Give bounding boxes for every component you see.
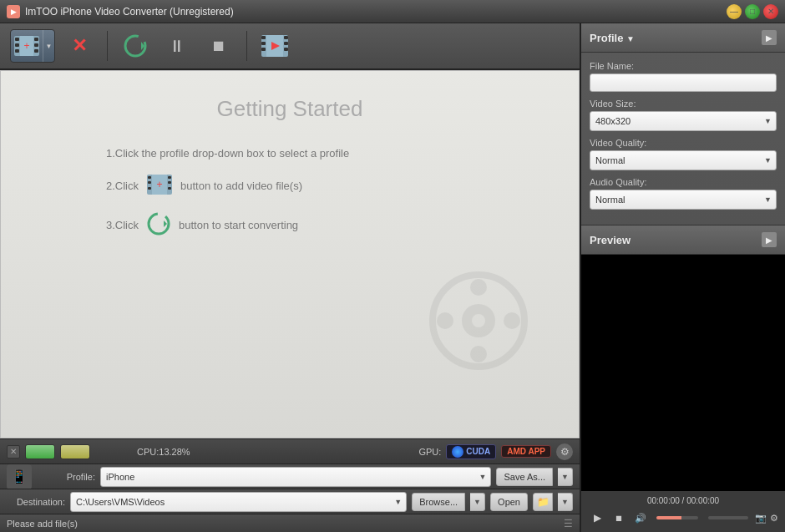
profile-expand-button[interactable]: ▶ xyxy=(762,30,777,45)
preview-section-title: Preview xyxy=(590,234,631,246)
svg-rect-2 xyxy=(15,43,19,47)
svg-point-33 xyxy=(472,314,485,327)
cuda-logo xyxy=(452,446,463,458)
amd-badge: AMD APP xyxy=(501,445,551,458)
svg-rect-4 xyxy=(34,38,38,41)
audio-quality-field-group: Audio Quality: Normal Low High Best ▼ xyxy=(590,177,777,210)
preview-controls: 00:00:00 / 00:00:00 ▶ ⏹ 🔊 📷 ⚙ xyxy=(581,491,785,532)
encode-button[interactable] xyxy=(257,28,292,63)
file-name-field-group: File Name: xyxy=(590,61,777,92)
app-title: ImTOO iPhone Video Converter (Unregister… xyxy=(25,6,727,18)
svg-rect-15 xyxy=(284,36,288,39)
film-reel-watermark xyxy=(428,271,529,371)
color-btn-2[interactable] xyxy=(60,444,90,459)
pause-button[interactable]: ⏸ xyxy=(160,28,195,63)
step-2-suffix: button to add video file(s) xyxy=(180,180,302,192)
step-2-prefix: 2.Click xyxy=(106,180,139,192)
video-quality-field-group: Video Quality: Normal Low High Best ▼ xyxy=(590,138,777,170)
step-3-prefix: 3.Click xyxy=(106,219,139,231)
film-icon: + xyxy=(14,36,39,56)
volume-button[interactable]: 🔊 xyxy=(631,509,650,527)
settings-button[interactable]: ⚙ xyxy=(556,443,573,460)
video-quality-select[interactable]: Normal Low High Best xyxy=(590,150,777,170)
folder-arrow-button[interactable]: ▼ xyxy=(558,493,573,511)
status-text: Please add file(s) xyxy=(7,519,78,529)
minimize-button[interactable]: — xyxy=(727,4,742,19)
volume-slider[interactable] xyxy=(656,516,698,519)
profile-section-title: Profile ▼ xyxy=(590,32,635,44)
destination-row: Destination: C:\Users\VMS\Videos ▼ Brows… xyxy=(0,489,580,514)
video-size-label: Video Size: xyxy=(590,99,777,109)
getting-started-title: Getting Started xyxy=(217,96,363,122)
play-button[interactable]: ▶ xyxy=(588,509,606,527)
svg-rect-25 xyxy=(168,181,171,184)
convert-button[interactable] xyxy=(118,28,153,63)
video-size-select-wrapper: 480x320 320x240 640x480 1280x720 ▼ xyxy=(590,111,777,131)
profile-select[interactable]: iPhone iPad iPod xyxy=(100,467,491,487)
audio-quality-label: Audio Quality: xyxy=(590,177,777,187)
open-button[interactable]: Open xyxy=(490,493,528,511)
step-2-icon: + xyxy=(147,175,172,197)
audio-quality-select-wrapper: Normal Low High Best ▼ xyxy=(590,190,777,210)
maximize-button[interactable]: □ xyxy=(745,4,760,19)
svg-point-34 xyxy=(470,279,487,296)
step-1-text: 1.Click the profile drop-down box to sel… xyxy=(106,147,349,160)
preview-section-header: Preview ▶ xyxy=(581,225,785,255)
add-video-button[interactable]: + xyxy=(11,30,43,62)
svg-text:+: + xyxy=(157,179,163,190)
save-as-arrow-button[interactable]: ▼ xyxy=(558,468,573,486)
folder-icon-button[interactable]: 📁 xyxy=(533,493,553,511)
svg-rect-22 xyxy=(148,181,151,184)
add-video-button-group: + ▼ xyxy=(10,29,55,63)
save-as-button[interactable]: Save As... xyxy=(496,468,553,486)
amd-label: AMD xyxy=(507,447,526,456)
pause-icon: ⏸ xyxy=(169,37,185,56)
svg-rect-3 xyxy=(15,49,19,53)
progress-bar[interactable] xyxy=(708,516,748,519)
svg-text:+: + xyxy=(23,40,29,52)
title-bar: ▶ ImTOO iPhone Video Converter (Unregist… xyxy=(0,0,785,23)
file-name-label: File Name: xyxy=(590,61,777,71)
svg-point-35 xyxy=(470,346,487,362)
gpu-label: GPU: xyxy=(418,447,441,457)
toolbar: + ▼ ✕ ⏸ ⏹ xyxy=(0,23,580,70)
file-name-input[interactable] xyxy=(590,73,777,92)
window-controls: — □ ✕ xyxy=(727,4,778,19)
stop-playback-button[interactable]: ⏹ xyxy=(610,509,628,527)
profile-arrow-icon: ▼ xyxy=(626,34,635,43)
clear-button[interactable]: ✕ xyxy=(7,445,20,459)
svg-marker-30 xyxy=(164,220,167,227)
left-panel: + ▼ ✕ ⏸ ⏹ xyxy=(0,23,580,532)
status-bar: Please add file(s) ☰ xyxy=(0,514,580,532)
capture-button[interactable]: 📷 xyxy=(755,513,767,524)
close-button[interactable]: ✕ xyxy=(763,4,778,19)
preview-expand-button[interactable]: ▶ xyxy=(762,232,777,247)
profile-label: Profile: xyxy=(37,472,95,482)
color-btn-1[interactable] xyxy=(25,444,55,459)
destination-select-wrapper: C:\Users\VMS\Videos ▼ xyxy=(70,492,407,512)
video-size-field-group: Video Size: 480x320 320x240 640x480 1280… xyxy=(590,99,777,131)
destination-select[interactable]: C:\Users\VMS\Videos xyxy=(70,492,407,512)
profile-select-wrapper: iPhone iPad iPod ▼ xyxy=(100,467,491,487)
browse-arrow-button[interactable]: ▼ xyxy=(470,493,485,511)
settings-extra-button[interactable]: ⚙ xyxy=(770,513,778,524)
app-icon: ▶ xyxy=(7,5,20,18)
stop-playback-icon: ⏹ xyxy=(615,514,623,523)
audio-quality-select[interactable]: Normal Low High Best xyxy=(590,190,777,210)
svg-rect-24 xyxy=(168,176,171,179)
cpu-usage: CPU:13.28% xyxy=(137,447,190,457)
volume-icon: 🔊 xyxy=(635,513,646,524)
svg-rect-21 xyxy=(148,176,151,179)
stop-button[interactable]: ⏹ xyxy=(201,28,236,63)
remove-button[interactable]: ✕ xyxy=(62,28,97,63)
browse-button[interactable]: Browse... xyxy=(412,493,465,511)
step-3-suffix: button to start converting xyxy=(179,219,298,231)
svg-rect-1 xyxy=(15,38,19,41)
app-label: APP xyxy=(528,447,545,456)
svg-rect-6 xyxy=(34,49,38,53)
svg-rect-26 xyxy=(168,187,171,190)
svg-rect-12 xyxy=(261,36,266,39)
video-size-select[interactable]: 480x320 320x240 640x480 1280x720 xyxy=(590,111,777,131)
add-video-arrow-button[interactable]: ▼ xyxy=(43,30,54,62)
video-quality-select-wrapper: Normal Low High Best ▼ xyxy=(590,150,777,170)
